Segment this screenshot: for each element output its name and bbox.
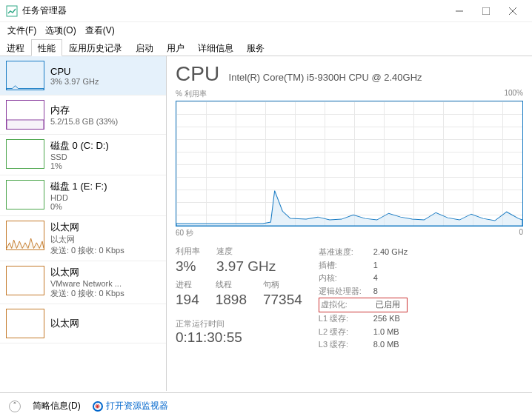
ethernet-thumb xyxy=(6,266,44,295)
sidebar-item-ethernet2[interactable]: 以太网 xyxy=(0,304,166,343)
stat-handles: 77354 xyxy=(263,292,302,308)
virtualization-row: 虚拟化:已启用 xyxy=(319,298,408,312)
ethernet-thumb xyxy=(6,221,44,250)
stat-processes: 194 xyxy=(176,292,199,308)
sidebar-item-ethernet1[interactable]: 以太网VMware Network ...发送: 0 接收: 0 Kbps xyxy=(0,261,166,304)
tab-users[interactable]: 用户 xyxy=(160,39,191,56)
sidebar-item-disk0[interactable]: 磁盘 0 (C: D:)SSD1% xyxy=(0,135,166,175)
menu-options[interactable]: 选项(O) xyxy=(42,23,79,38)
menubar: 文件(F) 选项(O) 查看(V) xyxy=(0,22,532,38)
svg-rect-0 xyxy=(7,6,17,16)
minimize-button[interactable] xyxy=(446,1,473,21)
chart-x-left: 60 秒 xyxy=(176,228,193,238)
chart-y-max: 100% xyxy=(504,89,523,99)
stat-uptime: 0:11:30:55 xyxy=(176,329,302,346)
tab-performance[interactable]: 性能 xyxy=(31,39,62,56)
resmon-icon: ◉ xyxy=(93,401,103,412)
cpu-thumb xyxy=(6,61,44,90)
tab-history[interactable]: 应用历史记录 xyxy=(62,39,129,56)
tab-startup[interactable]: 启动 xyxy=(129,39,160,56)
chevron-up-icon[interactable]: ˆ xyxy=(9,400,21,412)
window-title: 任务管理器 xyxy=(22,4,446,17)
main-panel: CPU Intel(R) Core(TM) i5-9300H CPU @ 2.4… xyxy=(167,56,532,391)
cpu-chart xyxy=(176,101,523,227)
open-resmon-link[interactable]: 打开资源监视器 xyxy=(106,400,168,412)
sidebar-item-cpu[interactable]: CPU3% 3.97 GHz xyxy=(0,56,166,95)
disk-thumb xyxy=(6,180,44,210)
sidebar-item-ethernet0[interactable]: 以太网以太网发送: 0 接收: 0 Kbps xyxy=(0,216,166,261)
taskmgr-icon xyxy=(6,5,18,17)
tab-services[interactable]: 服务 xyxy=(240,39,271,56)
cpu-details: 基准速度:2.40 GHz 插槽:1 内核:4 逻辑处理器:8 虚拟化:已启用 … xyxy=(319,246,408,352)
tab-details[interactable]: 详细信息 xyxy=(191,39,240,56)
sidebar[interactable]: CPU3% 3.97 GHz 内存5.2/15.8 GB (33%) 磁盘 0 … xyxy=(0,56,167,391)
stat-threads: 1898 xyxy=(216,292,247,308)
fewer-details-link[interactable]: 简略信息(D) xyxy=(33,400,81,412)
chart-y-label: % 利用率 xyxy=(176,89,207,99)
stat-speed: 3.97 GHz xyxy=(216,258,276,275)
maximize-button[interactable] xyxy=(473,1,499,21)
chart-area xyxy=(176,191,522,226)
chart-x-right: 0 xyxy=(519,228,523,238)
memory-thumb xyxy=(6,100,44,130)
sidebar-item-memory[interactable]: 内存5.2/15.8 GB (33%) xyxy=(0,95,166,135)
svg-rect-1 xyxy=(482,7,490,15)
cpu-model: Intel(R) Core(TM) i5-9300H CPU @ 2.40GHz xyxy=(229,72,422,83)
menu-view[interactable]: 查看(V) xyxy=(82,23,118,38)
tabs: 进程 性能 应用历史记录 启动 用户 详细信息 服务 xyxy=(0,38,532,56)
menu-file[interactable]: 文件(F) xyxy=(4,23,39,38)
disk-thumb xyxy=(6,139,44,169)
stat-utilization: 3% xyxy=(176,258,200,275)
ethernet-thumb xyxy=(6,309,44,338)
titlebar: 任务管理器 xyxy=(0,0,532,22)
virtualization-value: 已启用 xyxy=(376,298,400,312)
sidebar-item-disk1[interactable]: 磁盘 1 (E: F:)HDD0% xyxy=(0,175,166,216)
close-button[interactable] xyxy=(499,1,526,21)
cpu-heading: CPU xyxy=(176,62,219,86)
sidebar-label: CPU xyxy=(50,66,99,77)
footer: ˆ 简略信息(D) ◉ 打开资源监视器 xyxy=(0,392,532,419)
tab-processes[interactable]: 进程 xyxy=(0,39,31,56)
